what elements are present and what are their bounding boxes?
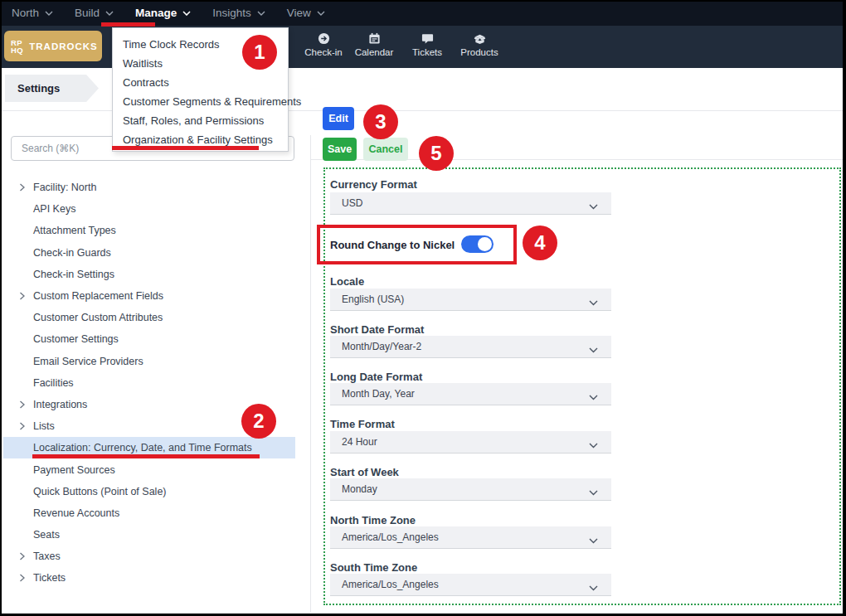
chevron-down-icon xyxy=(45,11,53,16)
top-nav-bar: North Build Manage Insights View xyxy=(0,0,843,26)
nav-build-label: Build xyxy=(75,7,100,19)
quicklink-calendar[interactable]: Calendar xyxy=(352,32,396,57)
tree-item-facilities[interactable]: Facilities xyxy=(0,372,305,394)
tree-item-payment-sources[interactable]: Payment Sources xyxy=(0,458,305,480)
chevron-right-icon[interactable] xyxy=(19,183,27,192)
start-of-week-label: Start of Week xyxy=(330,466,399,478)
tree-item-attachment-types[interactable]: Attachment Types xyxy=(0,220,305,241)
menu-item-staff-roles-permissions[interactable]: Staff, Roles, and Permissions xyxy=(113,111,288,130)
tree-item-customer-custom-attributes[interactable]: Customer Custom Attributes xyxy=(0,307,305,328)
long-date-format-label: Long Date Format xyxy=(330,371,422,383)
short-date-format-select[interactable]: Month/Day/Year-2 xyxy=(330,336,611,358)
chevron-down-icon xyxy=(589,201,598,212)
tree-item-seats[interactable]: Seats xyxy=(0,524,305,546)
nav-build[interactable]: Build xyxy=(75,7,114,19)
org-logo[interactable]: RP HQ TRADROCKS xyxy=(4,31,102,61)
north-time-zone-value: America/Los_Angeles xyxy=(342,531,439,543)
tree-item-tickets[interactable]: Tickets xyxy=(0,567,305,589)
nav-view[interactable]: View xyxy=(287,7,325,19)
breadcrumb-settings[interactable]: Settings xyxy=(5,75,99,102)
chevron-down-icon xyxy=(589,439,598,451)
tree-item-check-in-settings[interactable]: Check-in Settings xyxy=(0,264,305,285)
chevron-right-icon[interactable] xyxy=(19,400,27,409)
menu-item-time-clock-records[interactable]: Time Clock Records xyxy=(113,35,288,54)
time-format-select[interactable]: 24 Hour xyxy=(330,431,611,454)
chevron-down-icon xyxy=(589,487,598,498)
chevron-down-icon xyxy=(182,11,191,16)
calendar-icon xyxy=(368,32,381,45)
chevron-right-icon[interactable] xyxy=(19,292,27,300)
short-date-format-label: Short Date Format xyxy=(330,323,424,336)
chevron-down-icon xyxy=(589,582,598,594)
nav-north[interactable]: North xyxy=(12,7,53,19)
check-in-icon xyxy=(318,32,330,45)
locale-value: English (USA) xyxy=(342,293,404,305)
tree-item-check-in-guards[interactable]: Check-in Guards xyxy=(0,242,305,264)
long-date-format-value: Month Day, Year xyxy=(342,388,415,400)
time-format-value: 24 Hour xyxy=(342,436,377,448)
quicklink-check-in-label: Check-in xyxy=(304,47,342,57)
quicklink-products-label: Products xyxy=(460,47,498,57)
chevron-down-icon xyxy=(257,11,265,16)
nav-north-label: North xyxy=(12,7,39,19)
chevron-right-icon[interactable] xyxy=(19,574,27,582)
nav-view-label: View xyxy=(287,7,311,19)
currency-format-value: USD xyxy=(342,197,362,209)
tree-item-facility-north[interactable]: Facility: North xyxy=(0,177,305,198)
tree-item-customer-settings[interactable]: Customer Settings xyxy=(0,328,305,350)
quicklink-check-in[interactable]: Check-in xyxy=(299,32,348,57)
chevron-down-icon xyxy=(589,535,598,546)
tree-item-lists[interactable]: Lists xyxy=(0,415,305,437)
north-time-zone-select[interactable]: America/Los_Angeles xyxy=(330,526,611,549)
currency-format-label: Currency Format xyxy=(330,178,417,191)
chevron-down-icon xyxy=(317,11,325,16)
settings-tree: Facility: North API Keys Attachment Type… xyxy=(0,177,305,589)
products-icon xyxy=(474,32,486,45)
chevron-down-icon xyxy=(589,344,598,356)
tree-item-api-keys[interactable]: API Keys xyxy=(0,198,305,220)
currency-format-select[interactable]: USD xyxy=(330,192,611,215)
nav-manage[interactable]: Manage xyxy=(135,7,191,19)
quicklink-tickets-label: Tickets xyxy=(412,47,442,57)
chevron-right-icon[interactable] xyxy=(19,422,27,430)
toggle-knob xyxy=(478,237,492,251)
nav-manage-label: Manage xyxy=(135,7,177,19)
chevron-down-icon xyxy=(105,11,114,16)
annotation-step-5: 5 xyxy=(419,136,454,171)
nav-insights[interactable]: Insights xyxy=(212,7,265,19)
chevron-right-icon[interactable] xyxy=(19,552,27,560)
chevron-down-icon xyxy=(589,297,598,308)
short-date-format-value: Month/Day/Year-2 xyxy=(342,341,421,352)
tree-item-revenue-accounts[interactable]: Revenue Accounts xyxy=(0,502,305,524)
menu-item-waitlists[interactable]: Waitlists xyxy=(113,54,288,73)
quicklink-tickets[interactable]: Tickets xyxy=(411,32,444,57)
locale-select[interactable]: English (USA) xyxy=(330,289,611,311)
tree-item-integrations[interactable]: Integrations xyxy=(0,394,305,415)
start-of-week-select[interactable]: Monday xyxy=(330,478,611,501)
menu-item-contracts[interactable]: Contracts xyxy=(113,73,288,92)
save-button[interactable]: Save xyxy=(323,138,357,161)
quicklink-products[interactable]: Products xyxy=(457,32,502,57)
logo-abbr: RP HQ xyxy=(11,39,23,54)
manage-dropdown-menu: Time Clock Records Waitlists Contracts C… xyxy=(112,27,289,152)
south-time-zone-value: America/Los_Angeles xyxy=(342,579,439,590)
breadcrumb-label: Settings xyxy=(17,82,60,95)
tickets-icon xyxy=(421,32,434,45)
menu-item-customer-segments[interactable]: Customer Segments & Requirements xyxy=(113,92,288,111)
south-time-zone-select[interactable]: America/Los_Angeles xyxy=(330,574,611,596)
locale-label: Locale xyxy=(330,275,364,288)
tree-item-quick-buttons[interactable]: Quick Buttons (Point of Sale) xyxy=(0,481,305,502)
tree-item-localization[interactable]: Localization: Currency, Date, and Time F… xyxy=(3,437,295,458)
south-time-zone-label: South Time Zone xyxy=(330,561,417,574)
chevron-down-icon xyxy=(589,391,598,403)
tree-item-taxes[interactable]: Taxes xyxy=(0,546,305,567)
tree-item-custom-replacement-fields[interactable]: Custom Replacement Fields xyxy=(0,285,305,307)
menu-item-organization-facility-settings[interactable]: Organization & Facility Settings xyxy=(113,130,288,149)
edit-button[interactable]: Edit xyxy=(323,107,354,130)
long-date-format-select[interactable]: Month Day, Year xyxy=(330,383,611,405)
cancel-button[interactable]: Cancel xyxy=(363,138,408,161)
time-format-label: Time Format xyxy=(330,418,395,430)
round-change-to-nickel-toggle[interactable] xyxy=(461,235,494,253)
round-change-to-nickel-label: Round Change to Nickel xyxy=(330,239,455,251)
tree-item-email-service-providers[interactable]: Email Service Providers xyxy=(0,351,305,372)
